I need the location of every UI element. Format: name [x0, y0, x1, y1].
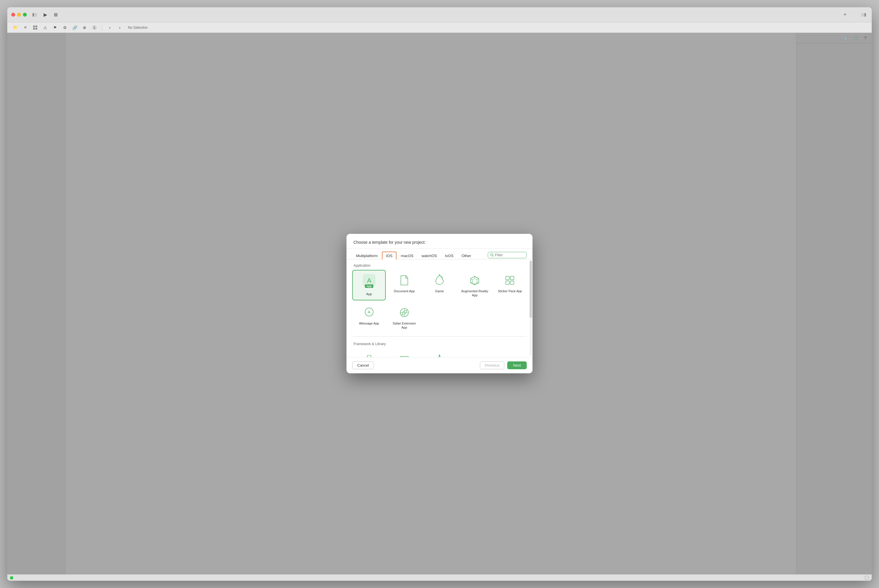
no-selection-label: No Selection: [128, 26, 148, 30]
tab-macos[interactable]: macOS: [397, 252, 417, 260]
modal-header: Choose a template for your new project:: [347, 234, 440, 249]
nav-forward-button[interactable]: ›: [116, 24, 124, 32]
minimize-button[interactable]: [17, 13, 21, 16]
file-icon[interactable]: 📁: [11, 24, 20, 32]
application-section-label: Application: [352, 260, 440, 270]
modal-content: Application A App App: [347, 260, 440, 294]
run-button[interactable]: ▶: [41, 11, 50, 19]
tool-icon[interactable]: ⚙: [61, 24, 69, 32]
svg-rect-0: [33, 13, 34, 16]
template-name-app: App: [366, 292, 372, 294]
main-content: No Selection 📄 🕐 ? Choose a template for…: [7, 33, 440, 294]
tab-watchos[interactable]: watchOS: [418, 252, 440, 260]
modal-overlay: Choose a template for your new project: …: [7, 33, 440, 294]
svg-rect-5: [33, 26, 35, 27]
template-item-game[interactable]: Game: [423, 270, 440, 294]
link-icon[interactable]: 🔗: [71, 24, 79, 32]
document-app-icon: [397, 273, 411, 287]
titlebar: ▶ +: [7, 7, 440, 22]
app-icon: A App: [362, 273, 376, 287]
svg-rect-6: [36, 26, 37, 27]
template-name-game: Game: [435, 289, 440, 293]
traffic-lights: [11, 13, 27, 16]
warning-icon[interactable]: ⚠: [41, 24, 49, 32]
secondary-toolbar: 📁 ✕ ⚠ ⚑ ⚙ 🔗 ⊕ 🛈 ‹ › No Selection: [7, 22, 440, 33]
tab-multiplatform[interactable]: Multiplatform: [352, 252, 382, 260]
svg-rect-7: [33, 28, 35, 30]
template-item-document-app[interactable]: Document App: [388, 270, 421, 294]
template-chooser-dialog: Choose a template for your new project: …: [347, 234, 440, 294]
info-icon[interactable]: 🛈: [90, 24, 99, 32]
flag-icon[interactable]: ⚑: [51, 24, 59, 32]
sidebar-toggle-button[interactable]: [31, 11, 39, 19]
tab-ios[interactable]: iOS: [382, 252, 397, 260]
app-badge: App: [365, 284, 374, 288]
svg-rect-1: [34, 13, 37, 16]
stop-button[interactable]: [52, 11, 60, 19]
nav-back-button[interactable]: ‹: [106, 24, 114, 32]
close-tab-button[interactable]: ✕: [21, 24, 29, 32]
xcode-window: ▶ + 📁 ✕ ⚠ ⚑ ⚙ 🔗 ⊕ 🛈 ‹ › No Selection No …: [7, 7, 440, 294]
grid-icon[interactable]: [31, 24, 39, 32]
close-button[interactable]: [11, 13, 15, 16]
template-item-app[interactable]: A App App: [352, 270, 386, 294]
tabs-bar: Multiplatform iOS macOS watchOS tvOS: [347, 249, 440, 260]
svg-rect-8: [36, 28, 37, 30]
game-icon: [433, 273, 440, 287]
application-template-grid: A App App: [352, 270, 440, 294]
modal-title: Choose a template for your new project:: [353, 240, 425, 244]
svg-text:A: A: [367, 277, 371, 284]
template-name-document-app: Document App: [394, 289, 415, 293]
bookmark-icon[interactable]: ⊕: [81, 24, 89, 32]
svg-rect-2: [54, 13, 57, 16]
maximize-button[interactable]: [23, 13, 27, 16]
